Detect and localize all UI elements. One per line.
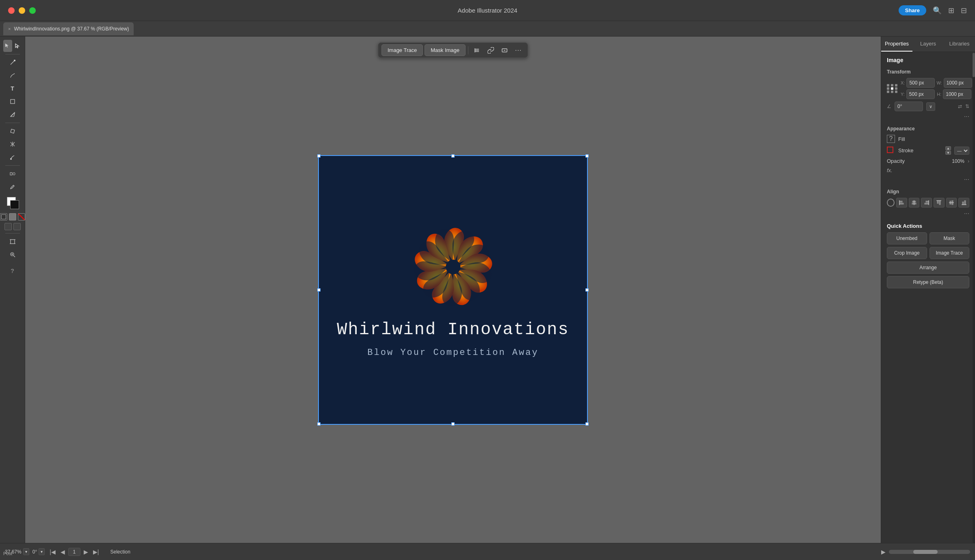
maximize-button[interactable]: [29, 7, 36, 14]
arrange-button[interactable]: Arrange: [887, 262, 969, 274]
horizontal-scrollbar-thumb[interactable]: [913, 550, 938, 554]
stroke-label: Stroke: [898, 147, 942, 154]
opacity-arrow[interactable]: ›: [968, 158, 969, 164]
align-left-btn[interactable]: [896, 198, 907, 208]
anchor-grid[interactable]: [887, 84, 898, 93]
h-input[interactable]: [943, 89, 971, 99]
question-tool[interactable]: ?: [4, 265, 22, 277]
align-more-btn[interactable]: ···: [887, 210, 969, 217]
flip-h-icon[interactable]: ⇄: [958, 104, 962, 109]
minimize-button[interactable]: [19, 7, 25, 14]
share-button[interactable]: Share: [899, 5, 926, 15]
angle-dropdown[interactable]: ∨: [926, 102, 935, 111]
next-page-btn[interactable]: ▶: [82, 548, 90, 556]
align-top-btn[interactable]: [934, 198, 945, 208]
gradient-mode-btn[interactable]: [9, 213, 16, 221]
curvature-tool[interactable]: [4, 69, 22, 82]
align-icon-button[interactable]: [471, 45, 483, 56]
align-center-h-btn[interactable]: [909, 198, 920, 208]
artboard-tool[interactable]: [4, 236, 22, 248]
image-trace-quick-button[interactable]: Image Trace: [930, 247, 970, 259]
unembed-button[interactable]: Unembed: [887, 232, 927, 244]
document-tab[interactable]: × WhirlwindInnovations.png @ 37.67 % (RG…: [3, 22, 134, 35]
stroke-type-select[interactable]: —: [954, 147, 969, 155]
svg-rect-26: [899, 203, 904, 204]
stroke-icon[interactable]: [887, 147, 895, 155]
stroke-up-btn[interactable]: ▲: [945, 146, 951, 150]
align-to-selection[interactable]: [887, 199, 895, 207]
svg-rect-28: [912, 201, 916, 202]
handle-bottom-right[interactable]: [585, 422, 589, 426]
svg-rect-29: [912, 203, 916, 204]
close-button[interactable]: [8, 7, 15, 14]
right-panel-scrollbar-thumb[interactable]: [973, 53, 975, 77]
image-trace-button[interactable]: Image Trace: [381, 44, 423, 56]
direct-selection-tool[interactable]: [13, 40, 22, 52]
pencil-tool[interactable]: [4, 108, 22, 121]
title-bar: Adobe Illustrator 2024 Share 🔍 ⊞ ⊟: [0, 0, 975, 21]
horizontal-scrollbar[interactable]: [889, 550, 970, 554]
stroke-down-btn[interactable]: ▼: [945, 151, 951, 155]
y-input[interactable]: [906, 89, 935, 99]
play-btn[interactable]: ▶: [881, 549, 886, 555]
view-mode-2[interactable]: [13, 223, 21, 230]
transform-tool[interactable]: [4, 125, 22, 137]
retype-button[interactable]: Retype (Beta): [887, 276, 969, 288]
align-right-btn[interactable]: [921, 198, 932, 208]
handle-top-right[interactable]: [585, 154, 589, 158]
pen-tool[interactable]: [4, 56, 22, 69]
handle-middle-left[interactable]: [317, 288, 321, 292]
zoom-dropdown[interactable]: ▾: [23, 548, 29, 555]
align-center-v-btn[interactable]: [946, 198, 957, 208]
tab-properties[interactable]: Properties: [881, 37, 912, 52]
view-mode-1[interactable]: [4, 223, 12, 230]
flip-v-icon[interactable]: ⇅: [965, 104, 969, 109]
align-bottom-btn[interactable]: [958, 198, 969, 208]
grid-icon[interactable]: ⊞: [948, 6, 954, 15]
fill-icon[interactable]: ?: [887, 135, 895, 143]
stroke-stepper[interactable]: ▲ ▼: [945, 146, 951, 155]
handle-middle-right[interactable]: [585, 288, 589, 292]
handle-top-center[interactable]: [451, 154, 455, 158]
mask-image-button[interactable]: Mask Image: [425, 44, 466, 56]
search-icon[interactable]: 🔍: [933, 6, 942, 15]
window-icon[interactable]: ⊟: [961, 6, 967, 15]
handle-top-left[interactable]: [317, 154, 321, 158]
selection-tool[interactable]: [3, 40, 12, 52]
paintbrush-tool[interactable]: [4, 151, 22, 163]
w-input[interactable]: [944, 78, 972, 88]
appearance-more-btn[interactable]: ···: [887, 176, 969, 183]
last-page-btn[interactable]: ▶|: [91, 548, 101, 556]
left-toolbar: T: [0, 37, 25, 543]
eyedropper-tool[interactable]: [4, 181, 22, 193]
angle-input[interactable]: [895, 102, 923, 111]
mask-button[interactable]: Mask: [930, 232, 970, 244]
color-swatches[interactable]: [5, 195, 20, 210]
angle-dropdown-status[interactable]: ▾: [39, 548, 45, 555]
zoom-tool[interactable]: [4, 249, 22, 261]
normal-mode-btn[interactable]: [0, 213, 7, 221]
link-icon-button[interactable]: [485, 45, 497, 56]
tab-close-icon[interactable]: ×: [8, 26, 11, 31]
embed-icon-button[interactable]: [498, 45, 511, 56]
blend-tool[interactable]: [4, 168, 22, 180]
none-mode-btn[interactable]: [18, 213, 25, 221]
right-panel-scrollbar[interactable]: [973, 53, 975, 543]
tab-libraries[interactable]: Libraries: [944, 37, 975, 52]
page-input[interactable]: [68, 548, 80, 556]
canvas-area[interactable]: Image Trace Mask Image: [25, 37, 881, 543]
prev-page-btn[interactable]: ◀: [59, 548, 67, 556]
reflect-tool[interactable]: [4, 138, 22, 150]
shape-tool[interactable]: [4, 95, 22, 108]
more-options-button[interactable]: ···: [512, 45, 524, 56]
handle-bottom-center[interactable]: [451, 422, 455, 426]
fx-row[interactable]: fx.: [887, 167, 969, 173]
first-page-btn[interactable]: |◀: [48, 548, 57, 556]
crop-image-button[interactable]: Crop Image: [887, 247, 927, 259]
handle-bottom-left[interactable]: [317, 422, 321, 426]
x-input[interactable]: [906, 78, 935, 88]
appearance-title: Appearance: [887, 126, 969, 132]
tab-layers[interactable]: Layers: [912, 37, 944, 52]
transform-more-btn[interactable]: ···: [887, 113, 969, 120]
type-tool[interactable]: T: [4, 82, 22, 95]
